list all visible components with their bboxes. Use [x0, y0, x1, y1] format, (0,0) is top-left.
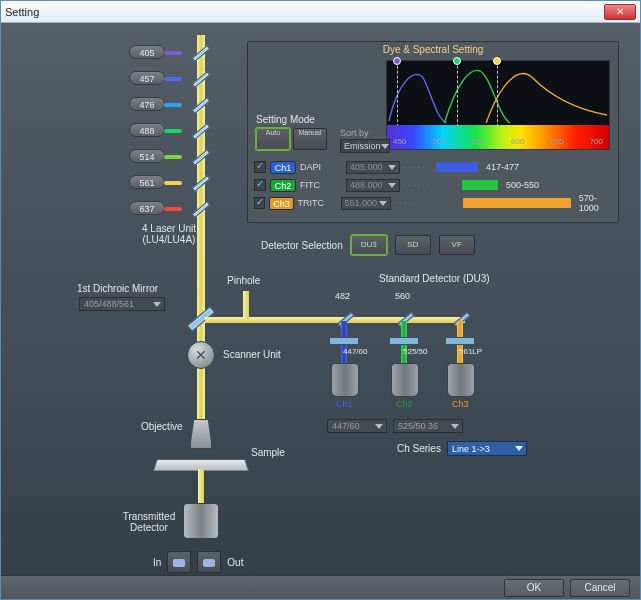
chevron-down-icon	[388, 183, 396, 188]
filter-dropdown-2[interactable]: 525/50 36	[393, 419, 463, 433]
detector-selection: Detector Selection DU3 SD VF	[261, 235, 475, 255]
ch3-range: 570-1000	[579, 193, 614, 213]
window-title: Setting	[5, 6, 39, 18]
filter-label-3: 561LP	[459, 347, 482, 356]
chevron-down-icon	[153, 302, 161, 307]
out-label: Out	[227, 557, 243, 568]
ch3-range-bar[interactable]	[463, 198, 571, 208]
chevron-down-icon	[388, 165, 396, 170]
objective-icon	[190, 419, 212, 449]
transmitted-detector-label: Transmitted Detector	[119, 511, 179, 533]
objective-label: Objective	[141, 421, 183, 432]
filter-label-1: 447/60	[343, 347, 367, 356]
dye-panel-title: Dye & Spectral Setting	[248, 44, 618, 55]
filter-dropdown-1[interactable]: 447/60	[327, 419, 387, 433]
channel-row-ch2: Ch2 FITC 488.000 ······· 500-550	[254, 176, 614, 194]
detector-ch1-label: Ch1	[336, 399, 353, 409]
transmitted-detector-icon	[183, 503, 219, 539]
ch1-range: 417-477	[486, 162, 519, 172]
ch3-dye: TRITC	[298, 198, 337, 208]
laser-561[interactable]: 561	[129, 175, 165, 189]
chevron-down-icon	[381, 144, 389, 149]
content-area: 405 457 476 488 514 561 637 4 Laser Unit…	[1, 23, 640, 575]
pinhole-label: Pinhole	[227, 275, 260, 286]
sort-by-label: Sort by	[340, 128, 369, 138]
spectrum-plot[interactable]: 450500550600650700	[386, 60, 610, 150]
detector-ch2-icon	[391, 363, 419, 397]
in-button[interactable]	[167, 551, 191, 573]
ok-button[interactable]: OK	[504, 579, 564, 597]
ch1-badge: Ch1	[270, 161, 296, 174]
checkbox-ch3[interactable]	[254, 197, 265, 209]
in-out-controls: In Out	[153, 551, 243, 573]
ch3-badge: Ch3	[269, 197, 293, 210]
detector-sd-button[interactable]: SD	[395, 235, 431, 255]
sort-dropdown[interactable]: Emission	[340, 139, 390, 153]
mirror-label-560: 560	[395, 291, 410, 301]
laser-405[interactable]: 405	[129, 45, 165, 59]
detector-selection-label: Detector Selection	[261, 240, 343, 251]
ch-series: Ch Series Line 1->3	[397, 441, 527, 456]
ch-series-dropdown[interactable]: Line 1->3	[447, 441, 527, 456]
mode-auto-button[interactable]: Auto	[256, 128, 290, 150]
detector-ch3-icon	[447, 363, 475, 397]
chevron-down-icon	[451, 424, 459, 429]
filter-icon	[329, 337, 359, 345]
ch3-wavelength-dropdown[interactable]: 561.000	[341, 197, 391, 210]
laser-476[interactable]: 476	[129, 97, 165, 111]
filter-label-2: 525/50	[403, 347, 427, 356]
channel-row-ch1: Ch1 DAPI 405.000 ····· 417-477	[254, 158, 614, 176]
spectrum-ticks: 450500550600650700	[387, 137, 609, 149]
checkbox-ch2[interactable]	[254, 179, 266, 191]
detector-du3-button[interactable]: DU3	[351, 235, 387, 255]
beam-seg	[243, 291, 249, 319]
beam-seg	[198, 469, 204, 505]
ch2-wavelength-dropdown[interactable]: 488.000	[346, 179, 400, 192]
chevron-down-icon	[515, 446, 523, 451]
laser-488[interactable]: 488	[129, 123, 165, 137]
mirror-label-482: 482	[335, 291, 350, 301]
scanner-label: Scanner Unit	[223, 349, 281, 360]
close-icon[interactable]: ✕	[604, 4, 636, 20]
ch2-range-bar[interactable]	[462, 180, 498, 190]
detector-ch1-icon	[331, 363, 359, 397]
spectrum-curves	[387, 61, 609, 127]
ch-series-label: Ch Series	[397, 443, 441, 454]
out-button[interactable]	[197, 551, 221, 573]
titlebar: Setting ✕	[1, 1, 640, 23]
laser-514[interactable]: 514	[129, 149, 165, 163]
laser-unit-label: 4 Laser Unit (LU4/LU4A)	[119, 223, 219, 245]
detector-ch3-label: Ch3	[452, 399, 469, 409]
ch1-wavelength-dropdown[interactable]: 405.000	[346, 161, 400, 174]
mode-manual-button[interactable]: Manual	[293, 128, 327, 150]
ch2-badge: Ch2	[270, 179, 296, 192]
sample-label: Sample	[251, 447, 285, 458]
channel-rows: Ch1 DAPI 405.000 ····· 417-477 Ch2 FITC …	[254, 158, 614, 212]
chevron-down-icon	[375, 424, 383, 429]
chevron-down-icon	[379, 201, 387, 206]
laser-457[interactable]: 457	[129, 71, 165, 85]
dye-spectral-panel: Dye & Spectral Setting 45050055060065070…	[247, 41, 619, 223]
laser-637[interactable]: 637	[129, 201, 165, 215]
scanner-unit-icon: ✕	[187, 341, 215, 369]
detector-ch2-label: Ch2	[396, 399, 413, 409]
checkbox-ch1[interactable]	[254, 161, 266, 173]
ch1-range-bar[interactable]	[436, 162, 478, 172]
button-bar: OK Cancel	[1, 575, 640, 599]
dichroic-dropdown[interactable]: 405/488/561	[79, 297, 165, 311]
in-label: In	[153, 557, 161, 568]
standard-detector-title: Standard Detector (DU3)	[379, 273, 490, 284]
cancel-button[interactable]: Cancel	[570, 579, 630, 597]
laser-stack: 405 457 476 488 514 561 637	[129, 45, 165, 227]
channel-row-ch3: Ch3 TRITC 561.000 ········ 570-1000	[254, 194, 614, 212]
ch2-range: 500-550	[506, 180, 539, 190]
dichroic-label: 1st Dichroic Mirror	[77, 283, 158, 294]
ch1-dye: DAPI	[300, 162, 342, 172]
ch2-dye: FITC	[300, 180, 342, 190]
filter-icon	[389, 337, 419, 345]
filter-icon	[445, 337, 475, 345]
detector-vf-button[interactable]: VF	[439, 235, 475, 255]
setting-mode: Setting Mode Auto Manual	[256, 114, 327, 150]
